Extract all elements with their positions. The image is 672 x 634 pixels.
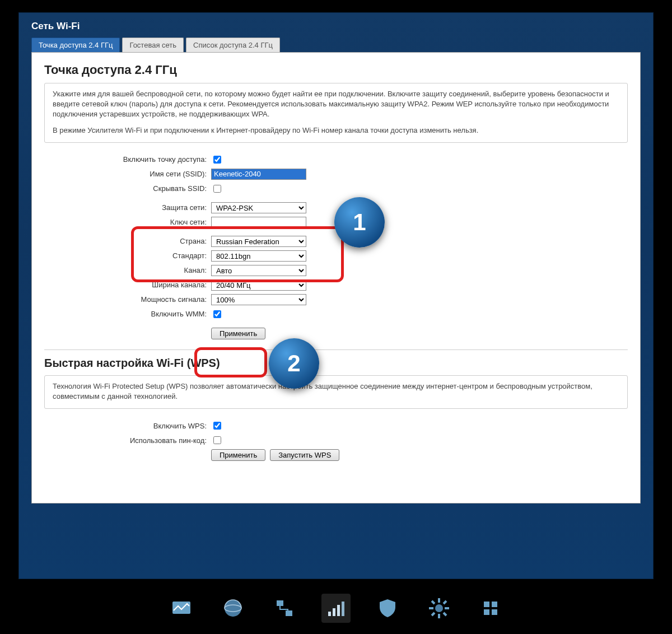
svg-rect-6 (333, 608, 335, 616)
apply-ap-button[interactable]: Применить (211, 328, 265, 339)
label-hide-ssid: Скрывать SSID: (44, 184, 211, 193)
svg-rect-8 (342, 602, 344, 616)
input-ssid[interactable] (211, 169, 306, 180)
label-standard: Стандарт: (44, 251, 211, 260)
bottom-navbar (0, 586, 672, 631)
svg-rect-20 (484, 609, 489, 615)
svg-rect-19 (492, 602, 497, 607)
apps-icon[interactable] (476, 594, 505, 623)
input-key[interactable] (211, 217, 306, 228)
svg-line-14 (432, 601, 435, 604)
label-security: Защита сети: (44, 203, 211, 212)
label-wmm: Включить WMM: (44, 310, 211, 318)
svg-rect-5 (328, 612, 331, 616)
select-security[interactable]: WPA2-PSK (211, 202, 306, 213)
label-power: Мощность сигнала: (44, 295, 211, 304)
select-power[interactable]: 100% (211, 294, 306, 305)
gear-icon[interactable] (424, 594, 454, 623)
wifi-icon[interactable] (321, 594, 351, 623)
wps-section-title: Быстрая настройка Wi-Fi (WPS) (44, 357, 628, 370)
annotation-badge-1: 1 (334, 197, 385, 248)
svg-rect-4 (286, 610, 292, 616)
select-standard[interactable]: 802.11bgn (211, 250, 306, 262)
label-key: Ключ сети: (44, 218, 211, 226)
tabs: Точка доступа 2.4 ГГц Гостевая сеть Спис… (19, 38, 653, 52)
tab-guest[interactable]: Гостевая сеть (122, 38, 184, 52)
select-country[interactable]: Russian Federation (211, 236, 306, 247)
annotation-badge-2: 2 (269, 338, 319, 389)
label-ssid: Имя сети (SSID): (44, 170, 211, 178)
label-enable-wps: Включить WPS: (44, 422, 211, 430)
checkbox-enable-ap[interactable] (213, 156, 221, 164)
globe-icon[interactable] (218, 594, 248, 623)
svg-line-15 (444, 613, 446, 616)
select-channel[interactable]: Авто (211, 265, 306, 276)
wps-desc: Технология Wi-Fi Protected Setup (WPS) п… (53, 381, 619, 402)
ap-section-title: Точка доступа 2.4 ГГц (44, 63, 628, 77)
apply-wps-button[interactable]: Применить (211, 449, 265, 461)
network-icon[interactable] (270, 594, 299, 623)
svg-rect-0 (172, 602, 190, 614)
svg-rect-21 (492, 609, 497, 615)
checkbox-use-pin[interactable] (213, 436, 221, 444)
label-enable-ap: Включить точку доступа: (44, 155, 211, 164)
ap-desc-1: Укажите имя для вашей беспроводной сети,… (53, 89, 619, 120)
ap-desc-2: В режиме Усилителя Wi-Fi и при подключен… (53, 125, 619, 136)
svg-line-17 (444, 601, 446, 604)
page-title: Сеть Wi-Fi (19, 13, 653, 38)
label-width: Ширина канала: (44, 281, 211, 289)
label-channel: Канал: (44, 266, 211, 274)
svg-line-16 (432, 613, 435, 616)
shield-icon[interactable] (373, 594, 402, 623)
svg-rect-3 (277, 600, 283, 606)
select-width[interactable]: 20/40 МГц (211, 279, 306, 291)
ap-info-box: Укажите имя для вашей беспроводной сети,… (44, 83, 628, 143)
checkbox-enable-wps[interactable] (213, 422, 221, 430)
tab-access-list[interactable]: Список доступа 2.4 ГГц (186, 38, 280, 52)
start-wps-button[interactable]: Запустить WPS (270, 449, 339, 461)
checkbox-hide-ssid[interactable] (213, 185, 221, 193)
wps-info-box: Технология Wi-Fi Protected Setup (WPS) п… (44, 375, 628, 409)
content-panel: Точка доступа 2.4 ГГц Укажите имя для ва… (31, 52, 641, 504)
svg-point-9 (435, 604, 443, 612)
label-country: Страна: (44, 237, 211, 245)
label-use-pin: Использовать пин-код: (44, 436, 211, 445)
monitor-icon[interactable] (167, 594, 196, 623)
svg-rect-7 (337, 605, 340, 616)
checkbox-wmm[interactable] (213, 310, 221, 318)
svg-rect-18 (484, 602, 489, 607)
tab-ap-24[interactable]: Точка доступа 2.4 ГГц (31, 38, 120, 52)
